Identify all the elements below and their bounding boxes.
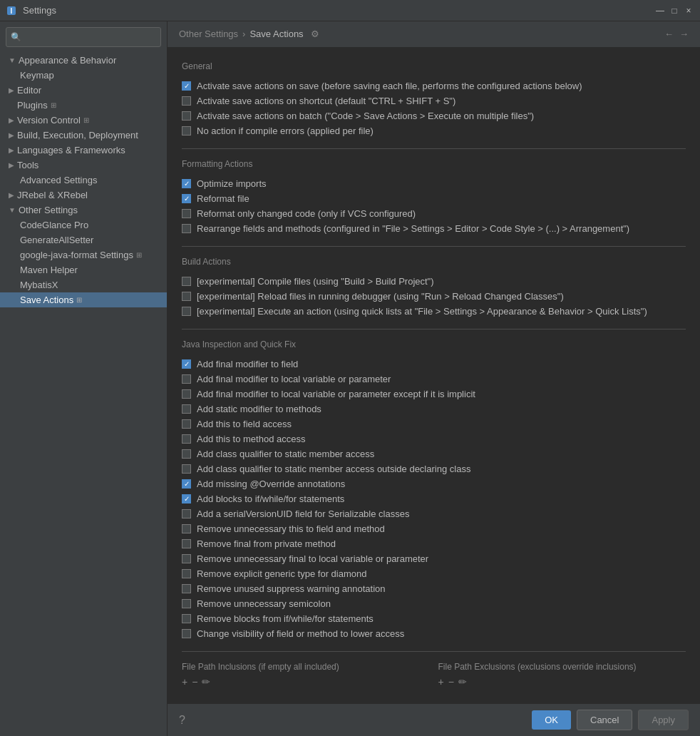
panel-content: General Activate save actions on save (b… (168, 47, 700, 703)
ok-button[interactable]: OK (532, 710, 571, 730)
search-input[interactable] (26, 32, 156, 43)
window-title: Settings (23, 5, 654, 16)
checkbox-activate-shortcut-input[interactable] (182, 96, 191, 106)
checkbox-add-this-method: Add this to method access (182, 431, 686, 446)
expand-icon: ▶ (9, 146, 14, 154)
checkbox-reformat-changed-input[interactable] (182, 209, 191, 218)
sidebar-item-build-execution[interactable]: ▶ Build, Execution, Deployment (0, 128, 167, 143)
checkbox-execute-action-label: [experimental] Execute an action (using … (197, 306, 647, 317)
sidebar-item-label: Tools (17, 160, 38, 170)
checkbox-no-action-input[interactable] (182, 126, 191, 136)
checkbox-optimize-imports-input[interactable] (182, 179, 191, 188)
search-box[interactable]: 🔍 (6, 27, 161, 47)
right-panel: Other Settings › Save Actions ⚙ ← → Gene… (168, 21, 700, 736)
checkbox-activate-save-input[interactable] (182, 81, 191, 91)
checkbox-add-static: Add static modifier to methods (182, 402, 686, 416)
plugin-icon: ⊞ (136, 251, 142, 259)
sidebar-item-editor[interactable]: ▶ Editor (0, 83, 167, 98)
sidebar-item-version-control[interactable]: ▶ Version Control ⊞ (0, 113, 167, 128)
sidebar-item-label: Editor (17, 85, 41, 96)
bottom-bar: ? OK Cancel Apply (168, 703, 700, 736)
sidebar-item-label: Languages & Frameworks (17, 145, 125, 155)
sidebar-item-tools[interactable]: ▶ Tools (0, 158, 167, 173)
checkbox-add-final-field-input[interactable] (182, 359, 191, 369)
checkbox-activate-save-label: Activate save actions on save (before sa… (197, 81, 582, 91)
checkbox-remove-unnecessary-semicolon-input[interactable] (182, 599, 191, 608)
checkbox-add-blocks: Add blocks to if/while/for statements (182, 491, 686, 506)
checkbox-add-final-local-input[interactable] (182, 374, 191, 384)
general-section-title: General (182, 61, 686, 71)
file-path-exclusions-label: File Path Exclusions (exclusions overrid… (438, 662, 686, 672)
checkbox-execute-action-input[interactable] (182, 307, 191, 316)
checkbox-reformat-file-input[interactable] (182, 194, 191, 203)
checkbox-add-class-qualifier-outside-label: Add class qualifier to static member acc… (197, 464, 470, 474)
sidebar-item-mybatisx[interactable]: MybatisX (0, 277, 167, 292)
maximize-button[interactable]: □ (669, 5, 680, 16)
checkbox-add-class-qualifier-input[interactable] (182, 449, 191, 459)
checkbox-remove-blocks-input[interactable] (182, 614, 191, 623)
checkbox-add-class-qualifier-outside-input[interactable] (182, 464, 191, 474)
back-icon[interactable]: ← (664, 29, 674, 39)
checkbox-change-visibility-label: Change visibility of field or method to … (197, 628, 404, 639)
checkbox-add-override-input[interactable] (182, 479, 191, 489)
file-path-row: File Path Inclusions (if empty all inclu… (182, 662, 686, 688)
checkbox-reformat-file-label: Reformat file (197, 193, 249, 204)
checkbox-remove-explicit-generic-input[interactable] (182, 569, 191, 578)
checkbox-change-visibility-input[interactable] (182, 629, 191, 638)
remove-exclusion-button[interactable]: − (448, 676, 454, 688)
forward-icon[interactable]: → (679, 29, 689, 39)
checkbox-reformat-file: Reformat file (182, 191, 686, 206)
checkbox-remove-final-private-input[interactable] (182, 539, 191, 548)
help-button[interactable]: ? (179, 714, 185, 727)
checkbox-remove-explicit-generic-label: Remove explicit generic type for diamond (197, 568, 366, 579)
checkbox-activate-shortcut: Activate save actions on shortcut (defau… (182, 93, 686, 108)
sidebar-item-label: google-java-format Settings (20, 250, 133, 260)
sidebar-item-languages[interactable]: ▶ Languages & Frameworks (0, 143, 167, 158)
sidebar-item-maven-helper[interactable]: Maven Helper (0, 262, 167, 277)
file-path-exclusions-controls: + − ✏ (438, 676, 686, 688)
sidebar-item-plugins[interactable]: ▶ Plugins ⊞ (0, 98, 167, 113)
minimize-button[interactable]: — (654, 5, 666, 16)
close-button[interactable]: × (683, 5, 694, 16)
checkbox-activate-batch-input[interactable] (182, 111, 191, 121)
checkbox-remove-final-private-label: Remove final from private method (197, 538, 336, 549)
sidebar-item-generateallsetter[interactable]: GenerateAllSetter (0, 232, 167, 247)
cancel-button[interactable]: Cancel (577, 710, 632, 730)
checkbox-add-static-input[interactable] (182, 404, 191, 414)
nav-arrows: ← → (664, 29, 689, 39)
checkbox-add-blocks-input[interactable] (182, 494, 191, 504)
expand-icon: ▶ (9, 116, 14, 124)
checkbox-compile-files-input[interactable] (182, 277, 191, 286)
sidebar-item-jrebel[interactable]: ▶ JRebel & XRebel (0, 188, 167, 203)
sidebar-item-keymap[interactable]: Keymap (0, 68, 167, 83)
checkbox-rearrange-fields-input[interactable] (182, 224, 191, 233)
sidebar-item-other-settings[interactable]: ▼ Other Settings (0, 203, 167, 218)
checkbox-reload-debugger-label: [experimental] Reload files in running d… (197, 291, 564, 302)
gear-icon: ⚙ (311, 29, 319, 39)
checkbox-add-this-method-input[interactable] (182, 434, 191, 444)
checkbox-add-serialversionuid-label: Add a serialVersionUID field for Seriali… (197, 508, 409, 519)
checkbox-remove-unused-suppress-input[interactable] (182, 584, 191, 593)
breadcrumb-current: Save Actions (249, 29, 303, 39)
checkbox-remove-unnecessary-final-input[interactable] (182, 554, 191, 563)
apply-button[interactable]: Apply (638, 710, 689, 730)
main-content: 🔍 ▼ Appearance & Behavior Keymap ▶ Edito… (0, 21, 700, 736)
sidebar-item-google-java-format[interactable]: google-java-format Settings ⊞ (0, 247, 167, 262)
remove-inclusion-button[interactable]: − (192, 676, 197, 688)
checkbox-add-serialversionuid-input[interactable] (182, 509, 191, 518)
checkbox-add-this-field-input[interactable] (182, 419, 191, 429)
checkbox-optimize-imports: Optimize imports (182, 176, 686, 191)
sidebar-item-codeglance-pro[interactable]: CodeGlance Pro (0, 218, 167, 232)
add-exclusion-button[interactable]: + (438, 676, 444, 688)
checkbox-remove-unnecessary-this-input[interactable] (182, 524, 191, 533)
sidebar-item-advanced-settings[interactable]: Advanced Settings (0, 173, 167, 188)
edit-exclusion-button[interactable]: ✏ (458, 676, 467, 688)
edit-inclusion-button[interactable]: ✏ (202, 676, 210, 688)
checkbox-remove-explicit-generic: Remove explicit generic type for diamond (182, 566, 686, 581)
sidebar-item-appearance[interactable]: ▼ Appearance & Behavior (0, 53, 167, 68)
sidebar-item-save-actions[interactable]: Save Actions ⊞ (0, 292, 167, 307)
add-inclusion-button[interactable]: + (182, 676, 187, 688)
checkbox-reload-debugger-input[interactable] (182, 292, 191, 301)
checkbox-add-final-local-except-input[interactable] (182, 389, 191, 399)
checkbox-remove-blocks-label: Remove blocks from if/while/for statemen… (197, 613, 374, 624)
